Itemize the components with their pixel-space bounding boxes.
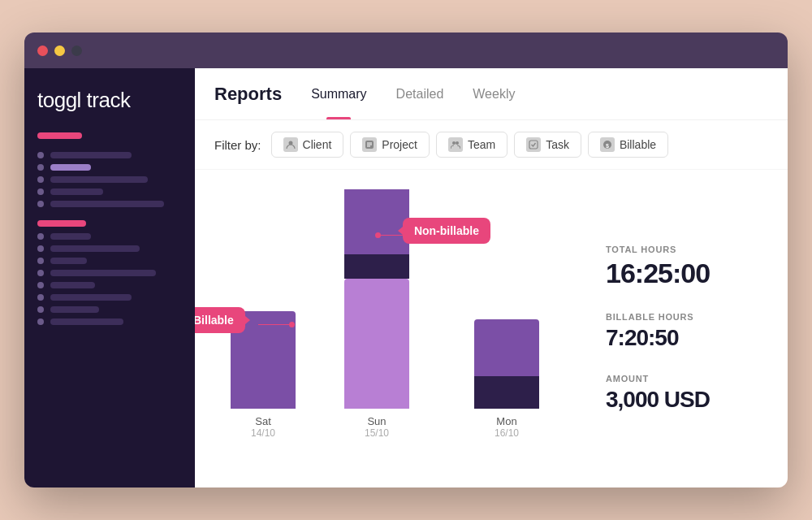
client-icon bbox=[283, 137, 298, 152]
list-item[interactable] bbox=[37, 152, 182, 158]
filter-chip-client[interactable]: Client bbox=[271, 132, 344, 158]
bar-day: Mon bbox=[495, 415, 519, 427]
team-label: Team bbox=[468, 138, 495, 151]
project-icon bbox=[362, 137, 377, 152]
bar-billable-mon bbox=[474, 319, 539, 376]
bar-group-mon: Mon 16/10 bbox=[474, 319, 539, 439]
filter-chip-team[interactable]: Team bbox=[436, 132, 508, 158]
list-item[interactable] bbox=[37, 306, 182, 313]
tooltip-line-nonbillable bbox=[375, 235, 452, 236]
sidebar-dot bbox=[37, 258, 44, 264]
tooltip-line-billable bbox=[258, 324, 295, 325]
stats-panel: TOTAL HOURS 16:25:00 BILLABLE HOURS 7:20… bbox=[590, 186, 768, 471]
list-item[interactable] bbox=[37, 258, 182, 264]
tab-summary[interactable]: Summary bbox=[298, 68, 379, 119]
tab-weekly[interactable]: Weekly bbox=[460, 68, 528, 119]
filter-chip-task[interactable]: Task bbox=[514, 132, 581, 158]
list-item[interactable] bbox=[37, 282, 182, 288]
sidebar-bar bbox=[50, 188, 103, 195]
minimize-button[interactable] bbox=[54, 46, 65, 56]
billable-label: Billable bbox=[620, 138, 656, 151]
svg-text:$: $ bbox=[606, 143, 609, 150]
list-item[interactable] bbox=[37, 188, 182, 195]
nav-tabs: Summary Detailed Weekly bbox=[298, 68, 528, 119]
tooltip-billable-container: Billable bbox=[195, 307, 245, 333]
logo-product: track bbox=[81, 88, 131, 112]
sidebar-bar-highlight-2 bbox=[37, 220, 86, 227]
sidebar-dot bbox=[37, 270, 44, 276]
sidebar-dot bbox=[37, 245, 44, 252]
list-item[interactable] bbox=[37, 270, 182, 276]
sidebar-bar bbox=[50, 164, 91, 171]
sidebar-bar bbox=[50, 282, 95, 288]
task-icon bbox=[526, 137, 541, 152]
svg-point-5 bbox=[452, 141, 456, 145]
list-item[interactable] bbox=[37, 176, 182, 183]
sidebar-bar bbox=[50, 306, 99, 313]
bar-chart: Sat 14/10 Billable bbox=[214, 186, 590, 471]
sidebar-bar bbox=[50, 294, 132, 301]
list-item[interactable] bbox=[37, 233, 182, 240]
tooltip-nonbillable-container: Non-billable bbox=[398, 218, 490, 244]
team-icon bbox=[448, 137, 463, 152]
amount-label: AMOUNT bbox=[606, 374, 768, 384]
tooltip-nonbillable: Non-billable bbox=[403, 218, 490, 244]
bar-label-sat: Sat 14/10 bbox=[251, 415, 275, 439]
bar-label-mon: Mon 16/10 bbox=[495, 415, 519, 439]
app-window: toggl track bbox=[24, 32, 788, 488]
page-title: Reports bbox=[214, 84, 282, 105]
window-body: toggl track bbox=[24, 68, 788, 488]
filter-chip-billable[interactable]: $ Billable bbox=[588, 132, 668, 158]
sidebar-bar bbox=[50, 233, 91, 240]
sidebar-section-3 bbox=[37, 220, 182, 325]
bar-day: Sat bbox=[251, 415, 275, 427]
tab-detailed[interactable]: Detailed bbox=[383, 68, 457, 119]
stat-total-hours: TOTAL HOURS 16:25:00 bbox=[606, 245, 768, 289]
billable-icon: $ bbox=[600, 137, 615, 152]
tooltip-dot-billable bbox=[289, 322, 295, 327]
sidebar: toggl track bbox=[24, 68, 195, 488]
tooltip-arrow-nonbillable bbox=[398, 227, 403, 235]
sidebar-dot bbox=[37, 318, 44, 325]
list-item[interactable] bbox=[37, 201, 182, 207]
logo-brand: toggl bbox=[37, 88, 81, 112]
logo: toggl track bbox=[37, 88, 182, 113]
tooltip-billable: Billable bbox=[195, 307, 245, 333]
bar-day: Sun bbox=[365, 415, 389, 427]
bar-date: 16/10 bbox=[495, 427, 519, 439]
bar-dark-sun bbox=[344, 254, 409, 279]
sidebar-bar bbox=[50, 152, 132, 158]
svg-rect-7 bbox=[529, 141, 538, 149]
tooltip-arrow bbox=[245, 316, 250, 324]
sidebar-section-2 bbox=[37, 152, 182, 207]
filter-chip-project[interactable]: Project bbox=[350, 132, 430, 158]
sidebar-bar bbox=[50, 270, 156, 276]
sidebar-dot bbox=[37, 188, 44, 195]
svg-point-6 bbox=[456, 141, 459, 145]
list-item[interactable] bbox=[37, 164, 182, 171]
amount-value: 3,000 USD bbox=[606, 387, 768, 413]
sidebar-bar bbox=[50, 201, 164, 207]
sidebar-bar bbox=[50, 176, 148, 183]
bar-dark-mon bbox=[474, 376, 539, 409]
project-label: Project bbox=[382, 138, 417, 151]
client-label: Client bbox=[303, 138, 332, 151]
sidebar-bar-highlight bbox=[37, 132, 82, 139]
list-item[interactable] bbox=[37, 318, 182, 325]
main-content: Reports Summary Detailed Weekly Filter b… bbox=[195, 68, 788, 488]
bar-label-sun: Sun 15/10 bbox=[365, 415, 389, 439]
stat-amount: AMOUNT 3,000 USD bbox=[606, 374, 768, 413]
sidebar-dot bbox=[37, 201, 44, 207]
bar-date: 15/10 bbox=[365, 427, 389, 439]
maximize-button[interactable] bbox=[71, 46, 82, 56]
filter-bar: Filter by: Client bbox=[195, 120, 788, 170]
close-button[interactable] bbox=[37, 46, 48, 56]
sidebar-bar bbox=[50, 258, 87, 264]
list-item[interactable] bbox=[37, 294, 182, 301]
bar-group-sun: Non-billable Sun 15 bbox=[344, 189, 409, 439]
list-item[interactable] bbox=[37, 245, 182, 252]
sidebar-dot bbox=[37, 282, 44, 288]
sidebar-dot bbox=[37, 306, 44, 313]
bar-nonbillable-sun bbox=[344, 279, 409, 409]
billable-hours-label: BILLABLE HOURS bbox=[606, 312, 768, 322]
